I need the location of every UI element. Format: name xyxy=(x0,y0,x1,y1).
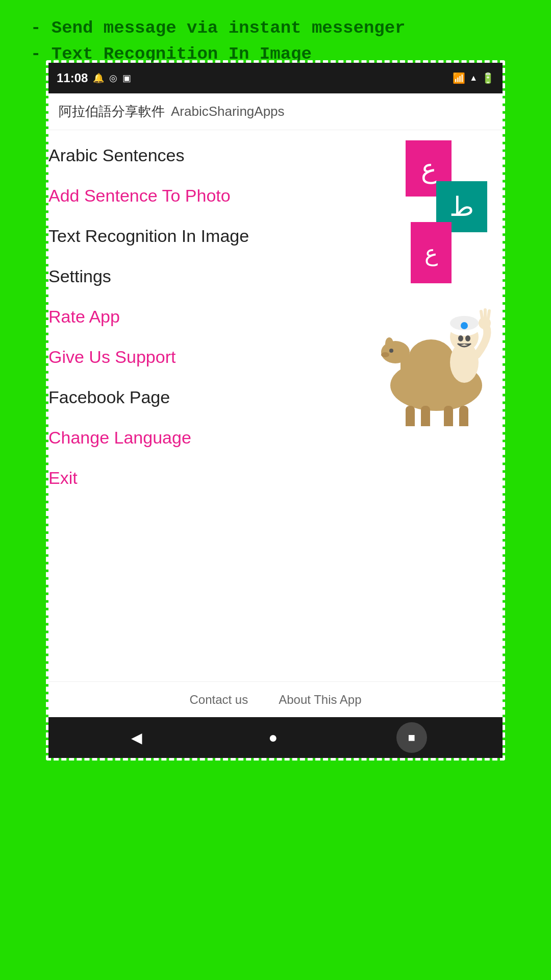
about-app-link[interactable]: About This App xyxy=(279,693,361,707)
app-title-en: ArabicSharingApps xyxy=(171,104,285,119)
back-button[interactable]: ◀ xyxy=(124,725,149,750)
home-button[interactable]: ● xyxy=(260,725,286,750)
battery-icon: 🔋 xyxy=(482,72,494,84)
svg-point-17 xyxy=(458,335,463,341)
svg-point-18 xyxy=(465,335,470,341)
wifi-icon: 📶 xyxy=(453,72,465,84)
camel-illustration xyxy=(370,253,503,426)
circle-icon: ◎ xyxy=(109,72,117,84)
status-bar: 11:08 🔔 ◎ ▣ 📶 ▲ 🔋 xyxy=(48,63,503,93)
svg-point-6 xyxy=(381,352,389,357)
contact-us-link[interactable]: Contact us xyxy=(189,693,248,707)
status-left: 11:08 🔔 ◎ ▣ xyxy=(57,71,131,85)
svg-rect-9 xyxy=(444,406,453,426)
content-area: Arabic SentencesAdd Sentence To PhotoTex… xyxy=(48,130,503,717)
sd-icon: ▣ xyxy=(122,72,131,84)
recent-button[interactable]: ■ xyxy=(396,722,427,753)
svg-line-20 xyxy=(481,311,482,318)
signal-icon: ▲ xyxy=(469,74,478,83)
app-title-zh: 阿拉伯語分享軟件 xyxy=(59,103,165,120)
menu-and-illustration: Arabic SentencesAdd Sentence To PhotoTex… xyxy=(48,130,503,681)
svg-point-5 xyxy=(389,349,393,353)
app-header: 阿拉伯語分享軟件 ArabicSharingApps xyxy=(48,93,503,130)
nav-bar: ◀ ● ■ xyxy=(48,717,503,758)
footer: Contact us About This App xyxy=(48,681,503,717)
top-text-area: - Send message via instant messenger - T… xyxy=(31,15,520,67)
svg-line-22 xyxy=(488,311,489,318)
top-text-line1: - Send message via instant messenger xyxy=(31,15,520,41)
illustration: ع ط ع xyxy=(360,130,503,426)
svg-point-4 xyxy=(385,337,393,350)
status-time: 11:08 xyxy=(57,71,88,85)
svg-rect-8 xyxy=(421,406,430,426)
phone-container: 11:08 🔔 ◎ ▣ 📶 ▲ 🔋 阿拉伯語分享軟件 ArabicSharing… xyxy=(46,60,505,761)
phone-body: 11:08 🔔 ◎ ▣ 📶 ▲ 🔋 阿拉伯語分享軟件 ArabicSharing… xyxy=(48,63,503,758)
notification-icon: 🔔 xyxy=(93,72,104,84)
svg-rect-7 xyxy=(406,406,415,426)
svg-rect-10 xyxy=(459,406,468,426)
status-right: 📶 ▲ 🔋 xyxy=(453,72,494,84)
menu-item-exit[interactable]: Exit xyxy=(48,458,503,498)
svg-point-16 xyxy=(461,322,468,329)
